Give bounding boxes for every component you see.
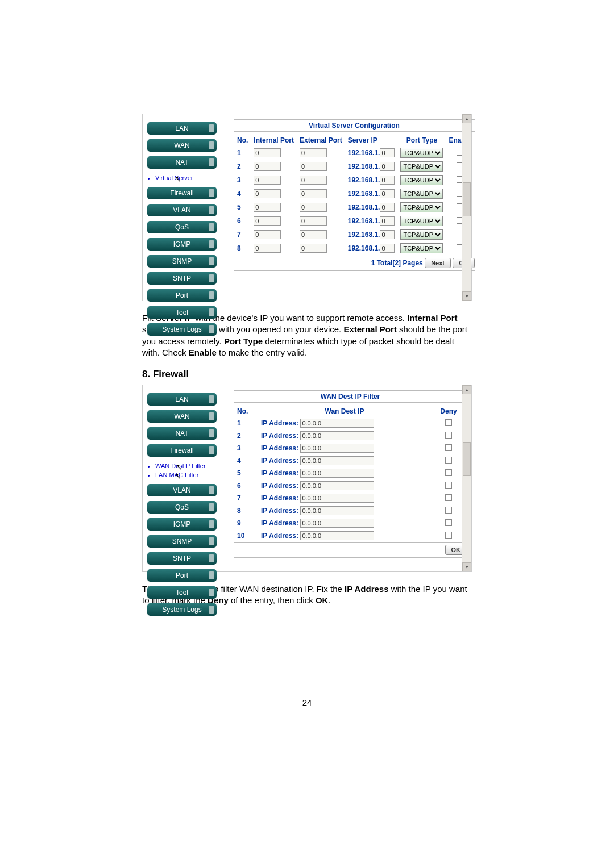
table-row: 8192.168.1.TCP&UDP [235, 242, 474, 254]
internal-port-input[interactable] [254, 162, 281, 171]
server-ip-input[interactable] [380, 176, 395, 185]
external-port-input[interactable] [300, 244, 327, 253]
server-ip-input[interactable] [380, 230, 395, 239]
server-ip-input[interactable] [380, 216, 395, 226]
scroll-up-icon[interactable]: ▴ [462, 114, 471, 123]
sidebar-port[interactable]: Port [147, 289, 217, 302]
scrollbar[interactable]: ▴ ▾ [462, 114, 471, 301]
sidebar-vlan[interactable]: VLAN [147, 204, 217, 216]
sidebar-firewall[interactable]: Firewall [147, 187, 217, 199]
sidebar-system-logs[interactable]: System Logs [147, 603, 217, 616]
sidebar-tool[interactable]: Tool [147, 586, 217, 599]
ip-address-input[interactable] [300, 456, 374, 465]
sidebar-item-wan-destip-filter[interactable]: WAN DestIP Filter [155, 461, 217, 470]
deny-checkbox[interactable] [445, 482, 452, 489]
ip-address-input[interactable] [300, 519, 374, 528]
deny-checkbox[interactable] [445, 469, 452, 476]
port-type-select[interactable]: TCP&UDP [400, 189, 443, 199]
col-internal: Internal Port [251, 135, 296, 145]
sidebar-item-virtual-server[interactable]: Virtual Server [155, 173, 217, 182]
external-port-input[interactable] [300, 203, 327, 212]
sidebar-tool[interactable]: Tool [147, 306, 217, 319]
sidebar-wan[interactable]: WAN [147, 139, 217, 152]
sidebar-system-logs[interactable]: System Logs [147, 323, 217, 336]
scroll-down-icon[interactable]: ▾ [462, 562, 471, 571]
port-type-select[interactable]: TCP&UDP [400, 243, 443, 253]
external-port-input[interactable] [300, 230, 327, 239]
server-ip-input[interactable] [380, 148, 395, 157]
sidebar-vlan[interactable]: VLAN [147, 484, 217, 496]
internal-port-input[interactable] [254, 148, 281, 157]
panel-title: Virtual Server Configuration [234, 119, 475, 132]
server-ip-input[interactable] [380, 189, 395, 198]
external-port-input[interactable] [300, 216, 327, 226]
deny-checkbox[interactable] [445, 532, 452, 539]
wan-dest-ip-panel: WAN Dest IP Filter No. Wan Dest IP Deny … [234, 390, 467, 620]
port-type-select[interactable]: TCP&UDP [400, 175, 443, 185]
sidebar-snmp[interactable]: SNMP [147, 535, 217, 548]
sidebar-item-lan-mac-filter[interactable]: LAN MAC Filter [155, 470, 217, 479]
ip-address-input[interactable] [300, 444, 374, 453]
sidebar-igmp[interactable]: IGMP [147, 238, 217, 251]
deny-checkbox[interactable] [445, 432, 452, 439]
ip-address-input[interactable] [300, 419, 374, 428]
sidebar-snmp[interactable]: SNMP [147, 255, 217, 268]
table-row: 1IP Address: [235, 418, 466, 429]
sidebar-igmp[interactable]: IGMP [147, 518, 217, 531]
deny-checkbox[interactable] [445, 494, 452, 501]
sidebar-sntp[interactable]: SNTP [147, 272, 217, 285]
server-ip-input[interactable] [380, 203, 395, 212]
port-type-select[interactable]: TCP&UDP [400, 229, 443, 240]
ip-address-input[interactable] [300, 431, 374, 440]
deny-checkbox[interactable] [445, 419, 452, 426]
sidebar-port[interactable]: Port [147, 569, 217, 582]
scroll-down-icon[interactable]: ▾ [462, 291, 471, 301]
internal-port-input[interactable] [254, 244, 281, 253]
sidebar-wan[interactable]: WAN [147, 410, 217, 423]
sidebar-firewall[interactable]: Firewall [147, 444, 217, 457]
deny-checkbox[interactable] [445, 457, 452, 464]
deny-checkbox[interactable] [445, 519, 452, 526]
sidebar-nat[interactable]: NAT [147, 156, 217, 169]
scrollbar[interactable]: ▴ ▾ [462, 385, 471, 571]
col-deny: Deny [432, 406, 466, 416]
internal-port-input[interactable] [254, 176, 281, 185]
internal-port-input[interactable] [254, 189, 281, 198]
ip-address-input[interactable] [300, 494, 374, 503]
internal-port-input[interactable] [254, 216, 281, 226]
section-8-firewall: 8. Firewall [142, 369, 472, 380]
ip-filter-table: No. Wan Dest IP Deny 1IP Address: 2IP Ad… [234, 405, 467, 542]
port-type-select[interactable]: TCP&UDP [400, 216, 443, 226]
port-type-select[interactable]: TCP&UDP [400, 161, 443, 172]
scrollbar-thumb[interactable] [463, 182, 471, 216]
ip-address-input[interactable] [300, 531, 374, 540]
table-row: 2IP Address: [235, 430, 466, 441]
sidebar-nat[interactable]: NAT [147, 427, 217, 440]
sidebar-qos[interactable]: QoS [147, 221, 217, 233]
col-no: No. [235, 135, 250, 145]
ip-address-input[interactable] [300, 469, 374, 478]
deny-checkbox[interactable] [445, 507, 452, 514]
deny-checkbox[interactable] [445, 444, 452, 451]
scrollbar-thumb[interactable] [463, 442, 471, 476]
server-ip-input[interactable] [380, 244, 395, 253]
sidebar-sntp[interactable]: SNTP [147, 552, 217, 565]
port-type-select[interactable]: TCP&UDP [400, 202, 443, 212]
external-port-input[interactable] [300, 189, 327, 198]
external-port-input[interactable] [300, 148, 327, 157]
ip-address-input[interactable] [300, 481, 374, 490]
sidebar-lan[interactable]: LAN [147, 122, 217, 135]
sidebar-qos[interactable]: QoS [147, 501, 217, 514]
scroll-up-icon[interactable]: ▴ [462, 385, 471, 394]
ip-address-input[interactable] [300, 506, 374, 515]
internal-port-input[interactable] [254, 203, 281, 212]
table-row: 5IP Address: [235, 468, 466, 479]
sidebar-lan[interactable]: LAN [147, 393, 217, 406]
server-ip-input[interactable] [380, 162, 395, 171]
external-port-input[interactable] [300, 176, 327, 185]
external-port-input[interactable] [300, 162, 327, 171]
port-type-select[interactable]: TCP&UDP [400, 148, 443, 158]
virtual-server-panel: Virtual Server Configuration No. Interna… [234, 119, 475, 340]
internal-port-input[interactable] [254, 230, 281, 239]
next-button[interactable]: Next [425, 258, 451, 268]
